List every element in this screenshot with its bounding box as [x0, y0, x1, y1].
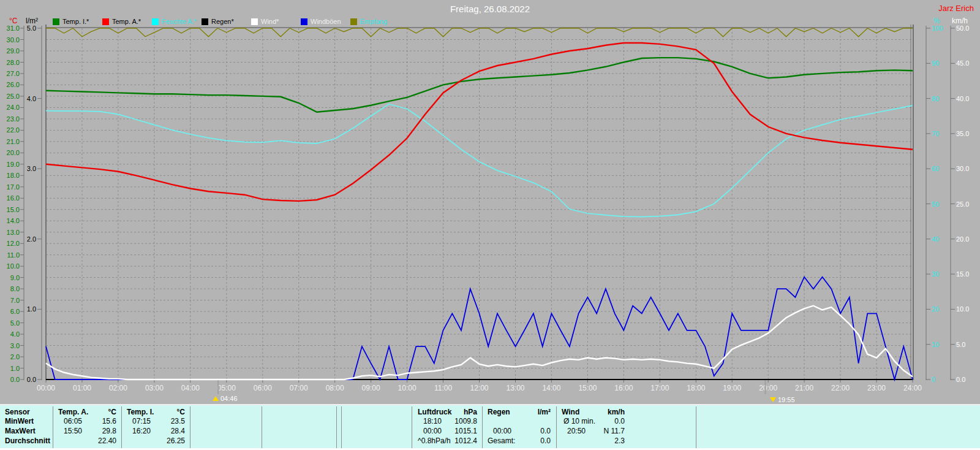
svg-text:27.0: 27.0 — [7, 70, 20, 77]
column-temp-a: Temp. A.°C 06:0515.6 15:5029.8 22.40 — [55, 405, 119, 449]
svg-text:90: 90 — [932, 59, 939, 67]
col-unit: °C — [108, 408, 116, 416]
svg-text:04:00: 04:00 — [181, 384, 200, 392]
svg-text:45.0: 45.0 — [956, 59, 969, 67]
max-value: 29.8 — [102, 427, 116, 435]
min-time: 06:05 — [64, 417, 82, 425]
svg-text:0: 0 — [932, 376, 935, 383]
svg-text:3.0: 3.0 — [10, 342, 20, 349]
wind-max-time: 20:50 — [567, 427, 586, 435]
wind-max: N 11.7 — [604, 427, 625, 435]
axis-unit-humidity: % — [933, 17, 940, 25]
svg-text:10.0: 10.0 — [7, 262, 20, 270]
legend-item-temp-a: Temp. A.* — [102, 18, 152, 25]
avg-value: 22.40 — [98, 437, 116, 445]
rain-time: 00:00 — [493, 427, 511, 435]
axis-unit-temp: °C — [9, 17, 17, 25]
row-label-durchschnitt: Durchschnitt — [5, 437, 50, 445]
feuchte-a-swatch-icon — [152, 18, 159, 25]
svg-text:16:00: 16:00 — [614, 384, 633, 392]
table-divider — [696, 406, 696, 449]
legend-item-windboeen: Windböen — [301, 18, 350, 25]
svg-text:06:00: 06:00 — [254, 384, 272, 392]
sunrise-icon — [213, 396, 219, 401]
table-divider — [412, 406, 412, 449]
legend-label: Windböen — [311, 18, 341, 25]
svg-text:09:00: 09:00 — [362, 384, 380, 392]
svg-text:01:00: 01:00 — [73, 384, 91, 392]
svg-text:50.0: 50.0 — [956, 25, 969, 32]
svg-text:40: 40 — [932, 235, 939, 243]
legend-label: Feuchte A.* — [162, 18, 197, 25]
svg-text:70: 70 — [932, 130, 939, 137]
table-divider — [121, 406, 122, 449]
pressure-max: 1015.1 — [454, 427, 477, 435]
wind-avg-label: Ø 10 min. — [564, 417, 595, 425]
table-divider — [190, 406, 190, 449]
svg-text:2.0: 2.0 — [27, 235, 36, 243]
svg-text:10.0: 10.0 — [956, 305, 969, 313]
wind-swatch-icon — [251, 18, 258, 25]
svg-text:6.0: 6.0 — [10, 308, 20, 315]
legend-item-temp-i: Temp. I.* — [53, 18, 102, 25]
svg-text:20: 20 — [932, 305, 939, 313]
table-divider — [556, 406, 557, 449]
col-unit: l/m² — [538, 408, 551, 416]
svg-text:24:00: 24:00 — [903, 384, 922, 392]
svg-text:5.0: 5.0 — [956, 341, 965, 348]
empfang-swatch-icon — [350, 18, 357, 25]
svg-text:20.0: 20.0 — [956, 235, 969, 243]
station-name: Jarz Erich — [938, 4, 974, 13]
svg-text:22:00: 22:00 — [831, 384, 850, 392]
rain-value: 0.0 — [540, 427, 551, 435]
svg-text:02:00: 02:00 — [109, 384, 127, 392]
sunset-icon — [770, 397, 776, 402]
svg-text:12:00: 12:00 — [470, 384, 488, 392]
svg-text:21:00: 21:00 — [795, 384, 813, 392]
svg-text:23.0: 23.0 — [7, 115, 20, 123]
svg-text:18:00: 18:00 — [687, 384, 705, 392]
legend: Temp. I.* Temp. A.* Feuchte A.* Regen* W… — [53, 18, 400, 25]
min-value: 15.6 — [102, 417, 116, 425]
legend-item-regen: Regen* — [202, 18, 251, 25]
svg-text:0.0: 0.0 — [10, 376, 20, 383]
col-unit: hPa — [464, 408, 477, 416]
weather-station-app: 31.030.029.028.027.026.025.024.023.022.0… — [0, 0, 980, 450]
table-divider — [482, 406, 483, 449]
legend-label: Empfang — [360, 18, 387, 25]
svg-text:10: 10 — [932, 341, 939, 348]
sunset-marker: 19:55 — [770, 396, 795, 403]
col-header: Wind — [562, 408, 579, 416]
svg-text:30.0: 30.0 — [956, 165, 969, 172]
column-wind: Windkm/h Ø 10 min.0.0 20:50N 11.7 2.3 — [559, 405, 627, 449]
svg-text:24.0: 24.0 — [7, 104, 20, 111]
pressure-trend: ^0.8hPa/h — [418, 437, 451, 445]
svg-text:16.0: 16.0 — [7, 194, 20, 202]
rain-total-label: Gesamt: — [488, 437, 515, 445]
legend-label: Temp. I.* — [62, 18, 89, 25]
min-time: 07:15 — [132, 417, 151, 425]
svg-text:14:00: 14:00 — [542, 384, 560, 392]
page-title: Freitag, 26.08.2022 — [0, 4, 980, 14]
svg-text:31.0: 31.0 — [7, 25, 20, 32]
windboeen-swatch-icon — [301, 18, 307, 25]
svg-text:07:00: 07:00 — [290, 384, 308, 392]
sunrise-time: 04:46 — [221, 395, 238, 402]
max-time: 16:20 — [132, 427, 151, 435]
svg-text:17.0: 17.0 — [7, 183, 20, 191]
legend-label: Regen* — [211, 18, 234, 25]
svg-text:15:00: 15:00 — [578, 384, 597, 392]
max-time: 15:50 — [64, 427, 82, 435]
pressure-min: 1009.8 — [454, 417, 477, 425]
axis-unit-rain: l/m² — [26, 17, 38, 25]
svg-text:60: 60 — [932, 165, 939, 172]
legend-item-wind: Wind* — [251, 18, 301, 25]
pressure-max-time: 00:00 — [423, 427, 442, 435]
col-header: Luftdruck — [418, 408, 451, 416]
svg-text:4.0: 4.0 — [10, 330, 20, 338]
svg-text:28.0: 28.0 — [7, 59, 20, 66]
table-divider — [341, 406, 342, 449]
min-value: 23.5 — [171, 417, 185, 425]
svg-text:00:00: 00:00 — [37, 384, 55, 392]
svg-text:13:00: 13:00 — [506, 384, 524, 392]
